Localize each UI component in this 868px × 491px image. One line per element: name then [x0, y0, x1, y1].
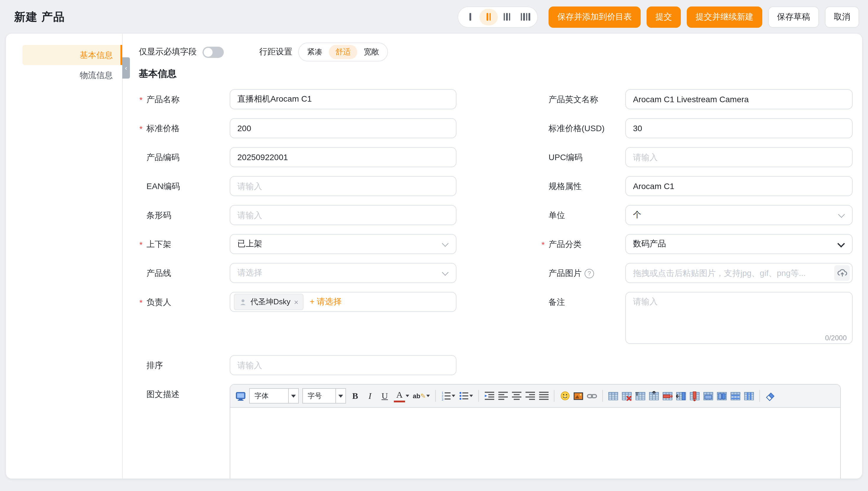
shelf-status-select[interactable]: 已上架: [230, 234, 457, 254]
column-layout-switcher[interactable]: [458, 6, 538, 27]
upload-button[interactable]: [834, 265, 850, 281]
product-code-cell: [230, 147, 457, 167]
upload-icon: [837, 268, 847, 278]
price-input[interactable]: [230, 118, 457, 138]
product-code-label: 产品编码: [139, 147, 230, 167]
product-name-cell: [230, 89, 457, 109]
sort-input[interactable]: [230, 355, 457, 375]
product-line-select[interactable]: 请选择: [230, 263, 457, 283]
upc-cell: [625, 147, 852, 167]
product-line-label: 产品线: [139, 263, 230, 283]
delete-column-icon[interactable]: [690, 391, 700, 401]
emoji-icon[interactable]: [560, 391, 570, 401]
cancel-button[interactable]: 取消: [825, 6, 859, 27]
save-and-add-to-pricelist-button[interactable]: 保存并添加到价目表: [549, 6, 641, 27]
layout-4col-icon[interactable]: [516, 8, 534, 25]
font-size-select[interactable]: 字号: [302, 388, 346, 404]
spacing-option-wide[interactable]: 宽敞: [357, 45, 385, 59]
delete-row-icon[interactable]: [662, 391, 673, 401]
remark-label: 备注: [541, 292, 625, 312]
align-right-icon[interactable]: [525, 391, 535, 401]
spec-input[interactable]: [625, 176, 852, 196]
sort-cell: [230, 355, 457, 375]
product-name-input[interactable]: [230, 89, 457, 109]
table-properties-icon[interactable]: T: [636, 391, 645, 401]
remove-format-icon[interactable]: [765, 391, 775, 401]
layout-3col-icon[interactable]: [498, 8, 516, 25]
underline-icon[interactable]: U: [379, 389, 390, 402]
unit-cell: 个: [625, 205, 852, 225]
align-left-icon[interactable]: [498, 391, 508, 401]
product-image-input[interactable]: [625, 263, 852, 283]
layout-1col-icon[interactable]: [461, 8, 479, 25]
align-center-icon[interactable]: [512, 391, 521, 401]
description-label: 图文描述: [139, 384, 230, 404]
barcode-input[interactable]: [230, 205, 457, 225]
sidebar-collapse-handle[interactable]: ‹: [122, 57, 130, 79]
section-nav: 基本信息 物流信息: [6, 34, 122, 479]
page-title: 新建 产品: [14, 9, 65, 25]
section-title-basic-info: 基本信息: [139, 68, 862, 81]
required-only-toggle[interactable]: [203, 47, 224, 58]
remark-textarea[interactable]: [625, 292, 852, 344]
full-merge-icon[interactable]: [717, 391, 727, 401]
ordered-list-button[interactable]: [441, 391, 455, 401]
fullscreen-icon[interactable]: [236, 391, 246, 401]
layout-2col-icon[interactable]: [479, 8, 498, 25]
insert-row-icon[interactable]: [649, 391, 659, 401]
editor-content-area[interactable]: [230, 408, 840, 479]
category-select[interactable]: 数码产品: [625, 234, 852, 254]
font-color-button[interactable]: A: [394, 390, 409, 402]
insert-table-icon[interactable]: [608, 391, 618, 401]
insert-link-icon[interactable]: [587, 391, 597, 401]
upc-input[interactable]: [625, 147, 852, 167]
align-justify-icon[interactable]: [538, 391, 549, 401]
char-counter: 0/2000: [825, 334, 847, 342]
unit-select[interactable]: 个: [625, 205, 852, 225]
owner-field[interactable]: 代圣坤Dsky × + 请选择: [230, 292, 457, 312]
collapse-left-icon: ‹: [125, 64, 127, 71]
sidebar-item-basic-info[interactable]: 基本信息: [23, 45, 122, 65]
highlight-color-button[interactable]: ab✎: [413, 392, 430, 400]
help-icon[interactable]: ?: [585, 269, 594, 278]
product-code-input[interactable]: [230, 147, 457, 167]
product-image-cell: [625, 263, 852, 283]
split-rows-icon[interactable]: [731, 391, 740, 401]
price-usd-input[interactable]: [625, 118, 852, 138]
owner-tag[interactable]: 代圣坤Dsky ×: [234, 294, 304, 310]
barcode-cell: [230, 205, 457, 225]
insert-column-icon[interactable]: [676, 391, 686, 401]
spacing-option-compact[interactable]: 紧凑: [301, 45, 329, 59]
bold-icon[interactable]: B: [349, 389, 361, 402]
price-label: 标准价格: [139, 118, 230, 138]
save-draft-button[interactable]: 保存草稿: [768, 6, 819, 27]
page: 新建 产品 保存并添加到价目表 提交 提交并继续新建 保存草稿 取消 基本信息 …: [0, 0, 868, 491]
category-label: 产品分类: [541, 234, 625, 254]
sidebar-item-logistics-info[interactable]: 物流信息: [23, 65, 122, 85]
unit-label: 单位: [541, 205, 625, 225]
font-family-select[interactable]: 字体: [249, 388, 299, 404]
required-only-label: 仅显示必填字段: [139, 47, 197, 57]
submit-button[interactable]: 提交: [647, 6, 681, 27]
add-owner-link[interactable]: + 请选择: [310, 297, 342, 307]
delete-table-icon[interactable]: [622, 391, 632, 401]
ean-input[interactable]: [230, 176, 457, 196]
submit-and-continue-button[interactable]: 提交并继续新建: [687, 6, 762, 27]
insert-image-icon[interactable]: [574, 391, 583, 401]
barcode-label: 条形码: [139, 205, 230, 225]
shelf-status-cell: 已上架: [230, 234, 457, 254]
merge-cells-icon[interactable]: [703, 391, 713, 401]
split-columns-icon[interactable]: [744, 391, 754, 401]
remove-tag-icon[interactable]: ×: [294, 297, 299, 306]
product-name-en-label: 产品英文名称: [541, 89, 625, 109]
rich-text-editor: 字体 字号 B I U A ab✎: [230, 384, 841, 479]
italic-icon[interactable]: I: [364, 389, 376, 402]
basic-info-form: 产品名称 产品英文名称 标准价格 标准价格(USD) 产品编码 UPC编码 EA…: [139, 89, 862, 479]
unordered-list-button[interactable]: [459, 391, 473, 401]
product-name-en-input[interactable]: [625, 89, 852, 109]
person-icon: [239, 298, 247, 306]
spacing-option-comfortable[interactable]: 舒适: [329, 45, 357, 59]
spec-cell: [625, 176, 852, 196]
owner-cell: 代圣坤Dsky × + 请选择: [230, 292, 457, 312]
indent-icon[interactable]: [484, 391, 494, 401]
